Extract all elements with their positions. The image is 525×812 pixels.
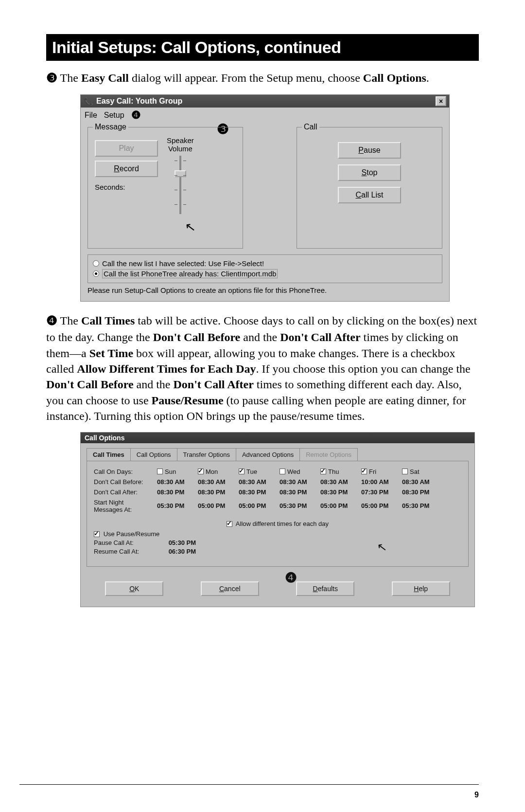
- tab-transfer[interactable]: Transfer Options: [177, 448, 236, 461]
- step4-marker: ❹: [46, 312, 57, 329]
- label-after: Don't Call After:: [94, 488, 157, 496]
- menu-file[interactable]: File: [85, 111, 97, 120]
- night-1[interactable]: 05:00 PM: [198, 502, 239, 509]
- night-5[interactable]: 05:00 PM: [361, 502, 402, 509]
- pause-label: Pause Call At:: [94, 539, 167, 546]
- before-4[interactable]: 08:30 AM: [320, 478, 361, 486]
- step4-paragraph: ❹ The Call Times tab will be active. Cho…: [46, 312, 479, 424]
- text: Set Time: [89, 347, 133, 360]
- tab-calloptions[interactable]: Call Options: [130, 448, 177, 461]
- allow-row: Allow different times for each day: [94, 520, 461, 527]
- text: Don't Call After: [280, 331, 360, 343]
- before-1[interactable]: 08:30 AM: [198, 478, 239, 486]
- tab-remote: Remote Options: [299, 448, 358, 461]
- close-button[interactable]: ×: [436, 96, 446, 106]
- night-3[interactable]: 05:30 PM: [280, 502, 320, 509]
- day-thu[interactable]: Thu: [320, 468, 361, 475]
- legend-call: Call: [302, 123, 319, 131]
- annotation-4b: ❹: [285, 570, 297, 586]
- night-6[interactable]: 05:30 PM: [402, 502, 443, 509]
- after-3[interactable]: 08:30 PM: [280, 488, 320, 496]
- before-0[interactable]: 08:30 AM: [157, 478, 198, 486]
- allow-label: Allow different times for each day: [236, 520, 329, 527]
- stop-button[interactable]: Stop: [338, 164, 401, 181]
- before-2[interactable]: 08:30 AM: [239, 478, 280, 486]
- co-titlebar: Call Options: [81, 433, 474, 443]
- label-callon: Call On Days:: [94, 468, 157, 475]
- legend-message: Message: [93, 123, 128, 131]
- help-button[interactable]: Help: [392, 581, 450, 596]
- before-6[interactable]: 08:30 AM: [402, 478, 443, 486]
- text: Pause/Resume: [152, 394, 224, 407]
- tab-advanced[interactable]: Advanced Options: [236, 448, 300, 461]
- text: . If you choose this option you can chan…: [256, 362, 471, 375]
- page-title: Initial Setups: Call Options, continued: [46, 34, 479, 61]
- after-0[interactable]: 08:30 PM: [157, 488, 198, 496]
- step3-paragraph: ❸ The Easy Call dialog will appear. From…: [46, 70, 479, 87]
- text: Allow Different Times for Each Day: [77, 362, 256, 375]
- list-select-group: Call the new list I have selected: Use F…: [88, 254, 442, 283]
- after-5[interactable]: 07:30 PM: [361, 488, 402, 496]
- after-1[interactable]: 08:30 PM: [198, 488, 239, 496]
- day-sat[interactable]: Sat: [402, 468, 443, 475]
- night-4[interactable]: 05:00 PM: [320, 502, 361, 509]
- text: Don't Call Before: [153, 331, 241, 343]
- ok-button[interactable]: OK: [105, 581, 163, 596]
- text: and the: [134, 378, 174, 391]
- text: Easy Call: [81, 72, 129, 84]
- menu-setup[interactable]: Setup: [104, 111, 124, 120]
- footer-rule: [19, 784, 479, 785]
- text: The: [57, 72, 81, 84]
- message-group: Message Play Record Seconds: Speaker Vol…: [88, 127, 243, 249]
- tab-panel: Call On Days: Sun Mon Tue Wed Thu Fri Sa…: [87, 461, 469, 567]
- pause-value[interactable]: 05:30 PM: [169, 539, 196, 546]
- record-button[interactable]: Record: [95, 161, 158, 177]
- text: and the: [240, 331, 280, 343]
- before-3[interactable]: 08:30 AM: [280, 478, 320, 486]
- cursor-icon: ↖: [184, 219, 197, 236]
- seconds-label: Seconds:: [95, 183, 158, 191]
- menubar: File Setup ❹: [81, 108, 449, 123]
- usepr-checkbox[interactable]: [94, 531, 100, 537]
- volume-slider[interactable]: [171, 156, 190, 214]
- window-title: Easy Call: Youth Group: [96, 97, 182, 106]
- pause-button[interactable]: Pause: [338, 142, 401, 159]
- text: Don't Call Before: [46, 378, 134, 391]
- day-tue[interactable]: Tue: [239, 468, 280, 475]
- radio-newlist[interactable]: [93, 260, 99, 267]
- resume-value[interactable]: 06:30 PM: [169, 548, 196, 555]
- after-2[interactable]: 08:30 PM: [239, 488, 280, 496]
- after-4[interactable]: 08:30 PM: [320, 488, 361, 496]
- easycall-dialog: 📞 Easy Call: Youth Group × File Setup ❹ …: [80, 94, 450, 302]
- calloptions-dialog: Call Options Call Times Call Options Tra…: [80, 432, 475, 607]
- day-wed[interactable]: Wed: [280, 468, 320, 475]
- tabs: Call Times Call Options Transfer Options…: [87, 448, 469, 461]
- titlebar: 📞 Easy Call: Youth Group ×: [81, 95, 449, 108]
- after-6[interactable]: 08:30 PM: [402, 488, 443, 496]
- cancel-button[interactable]: Cancel: [201, 581, 259, 596]
- day-mon[interactable]: Mon: [198, 468, 239, 475]
- tab-calltimes[interactable]: Call Times: [87, 448, 131, 461]
- annotation-4: ❹: [131, 109, 141, 122]
- resume-label: Resume Call At:: [94, 548, 167, 555]
- text: Call Options: [363, 72, 426, 84]
- radio-existing[interactable]: [93, 271, 99, 277]
- night-2[interactable]: 05:00 PM: [239, 502, 280, 509]
- night-0[interactable]: 05:30 PM: [157, 502, 198, 509]
- volume-label: Volume: [167, 144, 194, 153]
- page-number: 9: [474, 791, 479, 799]
- call-group: Call Pause Stop Call List: [297, 127, 442, 249]
- status-text: Please run Setup-Call Options to create …: [88, 286, 442, 294]
- radio-existing-label: Call the list PhoneTree already has: Cli…: [102, 269, 278, 278]
- dialog-buttons: OK Cancel Defaults Help: [87, 577, 469, 600]
- defaults-button[interactable]: Defaults: [296, 581, 354, 596]
- calllist-button[interactable]: Call List: [338, 187, 401, 203]
- play-button[interactable]: Play: [95, 140, 158, 157]
- app-icon: 📞: [84, 97, 93, 106]
- day-sun[interactable]: Sun: [157, 468, 198, 475]
- label-night: Start NightMessages At:: [94, 499, 157, 513]
- allow-checkbox[interactable]: [227, 521, 232, 527]
- day-fri[interactable]: Fri: [361, 468, 402, 475]
- before-5[interactable]: 10:00 AM: [361, 478, 402, 486]
- text: Call Times: [81, 314, 135, 327]
